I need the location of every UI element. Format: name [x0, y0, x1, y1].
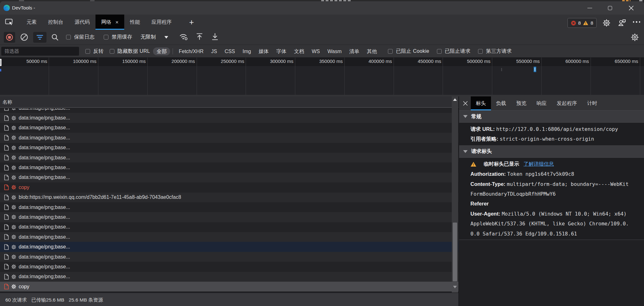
- resource-type-filter[interactable]: 其他: [363, 47, 380, 55]
- resource-type-filter[interactable]: Img: [239, 47, 255, 55]
- request-row[interactable]: copy: [0, 282, 458, 291]
- clear-network-log-button[interactable]: [19, 33, 29, 41]
- details-tab[interactable]: 标头: [471, 96, 491, 110]
- close-details-button[interactable]: [460, 98, 471, 109]
- details-tab[interactable]: 预览: [511, 96, 531, 110]
- request-row[interactable]: data:image/png;base...: [0, 113, 458, 123]
- details-tab[interactable]: 计时: [582, 96, 602, 110]
- preserve-log-checkbox[interactable]: 保留日志: [66, 34, 95, 40]
- export-har-button[interactable]: [211, 33, 219, 42]
- request-row[interactable]: data:image/png;base...: [0, 153, 458, 162]
- scroll-down-button[interactable]: [452, 282, 458, 292]
- add-tab-button[interactable]: +: [187, 17, 196, 27]
- request-row[interactable]: data:image/png;base...: [0, 143, 458, 153]
- request-headers-section-header[interactable]: 请求标头: [459, 145, 644, 158]
- inspect-element-button[interactable]: [4, 17, 15, 28]
- panel-tab[interactable]: 性能: [124, 15, 146, 30]
- request-row[interactable]: data:image/png;base...: [0, 232, 458, 242]
- overview-tick-label: 300000 ms: [270, 58, 293, 64]
- resource-type-filter[interactable]: 文档: [291, 47, 308, 55]
- resource-type-filter[interactable]: 全部: [153, 47, 170, 55]
- panel-tab[interactable]: 应用程序: [146, 15, 177, 30]
- request-row[interactable]: blob:https://mp.weixin.qq.com/d7bb2d61-7…: [0, 193, 458, 202]
- record-network-log-button[interactable]: [4, 32, 15, 43]
- overview-left-handle[interactable]: [0, 59, 2, 66]
- request-name: data:image/png;base...: [19, 274, 70, 279]
- resource-type-filter[interactable]: 媒体: [255, 47, 272, 55]
- resource-type-filter[interactable]: CSS: [221, 47, 238, 55]
- details-tab[interactable]: 负载: [491, 96, 511, 110]
- network-conditions-button[interactable]: [179, 33, 188, 42]
- request-row[interactable]: data:image/png;base...: [0, 212, 458, 222]
- details-tab[interactable]: 响应: [531, 96, 552, 110]
- blocked-requests-checkbox[interactable]: 已阻止请求: [437, 48, 471, 55]
- third-party-requests-checkbox[interactable]: 第三方请求: [478, 48, 512, 55]
- request-row[interactable]: data:image/png;base...: [0, 133, 458, 143]
- invert-filter-checkbox[interactable]: 反转: [85, 48, 104, 55]
- resource-type-filter[interactable]: 字体: [273, 47, 290, 55]
- search-button[interactable]: [51, 34, 59, 41]
- request-row[interactable]: data:image/png;base...: [0, 173, 458, 182]
- panel-tab-label: 应用程序: [151, 19, 172, 26]
- panel-tab[interactable]: 元素: [21, 15, 42, 30]
- overview-tick-label: 250000 ms: [221, 58, 244, 64]
- disable-cache-checkbox[interactable]: 禁用缓存: [104, 34, 132, 40]
- feedback-button[interactable]: [618, 19, 626, 28]
- throttling-dropdown[interactable]: 无限制: [137, 32, 172, 43]
- resource-type-filter[interactable]: Fetch/XHR: [175, 47, 207, 55]
- throttling-value: 无限制: [140, 34, 156, 40]
- warning-badge-icon: [583, 21, 588, 25]
- request-row[interactable]: data:image/png;base...: [0, 123, 458, 133]
- panel-tab[interactable]: 控制台: [42, 15, 69, 30]
- errors-warnings-badge[interactable]: 8 8: [567, 18, 597, 28]
- resource-type-filter[interactable]: JS: [208, 47, 221, 55]
- panel-tab[interactable]: 源代码: [69, 15, 95, 30]
- search-icon: [51, 34, 59, 41]
- document-icon: [4, 214, 9, 220]
- request-name: data:image/png;base...: [19, 135, 70, 141]
- network-overview-timeline[interactable]: 50000 ms100000 ms150000 ms200000 ms25000…: [0, 58, 644, 95]
- status-bar: 60 次请求 已传输25.6 MB 25.6 MB 条资源: [0, 293, 458, 306]
- chevron-down-icon: [164, 36, 168, 39]
- minimize-button[interactable]: [582, 1, 597, 15]
- settings-button[interactable]: [603, 19, 610, 28]
- main-tab-bar: 元素 控制台 源代码 网络 × 性能 应用: [0, 15, 644, 30]
- scrollbar-thumb[interactable]: [453, 223, 457, 281]
- preserve-log-label: 保留日志: [74, 34, 95, 40]
- request-row[interactable]: data:image/png;base...: [0, 252, 458, 262]
- vertical-scrollbar[interactable]: [452, 96, 458, 293]
- hide-data-urls-checkbox[interactable]: 隐藏数据 URL: [110, 48, 150, 55]
- close-tab-icon[interactable]: ×: [115, 20, 119, 25]
- header-field-key: Content-Type:: [470, 181, 506, 187]
- filter-input[interactable]: [1, 47, 79, 56]
- request-row[interactable]: copy: [0, 182, 458, 192]
- learn-more-link[interactable]: 了解详细信息: [524, 161, 554, 168]
- network-settings-button[interactable]: [631, 33, 639, 43]
- filter-button[interactable]: [33, 32, 46, 43]
- request-row[interactable]: data:image/png;base...: [0, 202, 458, 212]
- more-options-button[interactable]: [633, 21, 641, 23]
- resource-type-filter[interactable]: 清单: [346, 47, 363, 55]
- request-row[interactable]: data:image/png;base...: [0, 162, 458, 172]
- import-har-button[interactable]: [195, 33, 204, 42]
- blocked-cookies-checkbox[interactable]: 已阻止 Cookie: [388, 48, 429, 55]
- header-field: User-Agent: Mozilla/5.0 (Windows NT 10.0…: [470, 209, 631, 239]
- name-column-header[interactable]: 名称: [0, 96, 458, 108]
- request-row[interactable]: data:image/png;base...: [0, 222, 458, 232]
- request-row[interactable]: data:image/png;base...: [0, 262, 458, 272]
- gear-icon: [11, 215, 16, 219]
- panel-tab[interactable]: 网络 ×: [95, 15, 124, 30]
- details-tab[interactable]: 发起程序: [552, 96, 582, 110]
- close-window-button[interactable]: [624, 1, 638, 15]
- devtools-window: DevTools - 元素 控制台: [0, 1, 644, 306]
- overview-gridline: 350000 ms: [296, 58, 345, 95]
- maximize-button[interactable]: [603, 1, 617, 15]
- request-row[interactable]: data:image/png;base...: [0, 272, 458, 282]
- resource-type-filter[interactable]: WS: [308, 47, 323, 55]
- scroll-up-button[interactable]: [452, 97, 458, 102]
- request-row[interactable]: data:image/png;base...: [0, 108, 458, 113]
- general-section-header[interactable]: 常规: [459, 110, 644, 123]
- resource-type-filter[interactable]: Wasm: [324, 47, 345, 55]
- panel-tab-label: 控制台: [48, 19, 63, 26]
- request-row[interactable]: data:image/png;base...: [0, 242, 458, 252]
